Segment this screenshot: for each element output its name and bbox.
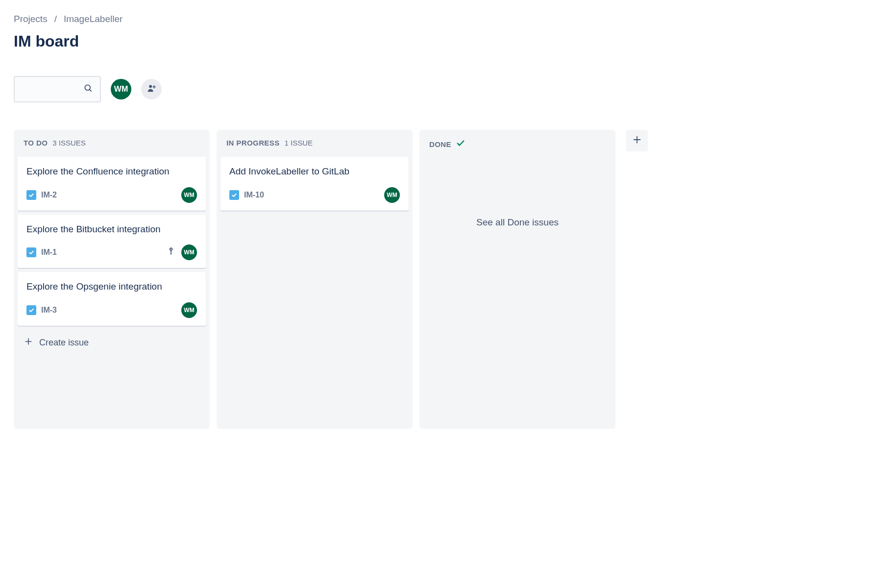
add-column-button[interactable] <box>626 130 648 151</box>
issue-title: Explore the Opsgenie integration <box>26 280 197 294</box>
assignee-avatar[interactable]: WM <box>181 302 197 318</box>
page-title: IM board <box>14 32 869 50</box>
user-avatar[interactable]: WM <box>111 79 131 99</box>
breadcrumb-separator: / <box>54 14 57 24</box>
add-people-button[interactable] <box>141 79 162 99</box>
column-title: IN PROGRESS <box>226 139 280 147</box>
column-header-in-progress[interactable]: IN PROGRESS 1 ISSUE <box>221 139 409 157</box>
column-title: TO DO <box>24 139 48 147</box>
column-todo: TO DO 3 ISSUES Explore the Confluence in… <box>14 130 210 429</box>
issue-card[interactable]: Explore the Confluence integration IM-2 … <box>18 157 206 211</box>
search-input[interactable] <box>14 76 101 102</box>
issue-key: IM-10 <box>244 191 264 199</box>
breadcrumb-project-name[interactable]: ImageLabeller <box>64 14 123 24</box>
assignee-avatar[interactable]: WM <box>181 187 197 203</box>
column-title: DONE <box>429 140 451 148</box>
svg-point-0 <box>85 85 90 90</box>
see-all-done-link[interactable]: See all Done issues <box>423 159 612 228</box>
column-count: 1 ISSUE <box>285 139 313 147</box>
column-header-todo[interactable]: TO DO 3 ISSUES <box>18 139 206 157</box>
plus-icon <box>24 337 33 349</box>
issue-key: IM-2 <box>41 191 57 199</box>
issue-card[interactable]: Add InvokeLabeller to GitLab IM-10 WM <box>221 157 409 211</box>
svg-point-3 <box>170 248 172 250</box>
column-done: DONE See all Done issues <box>419 130 615 429</box>
task-icon <box>229 190 239 200</box>
issue-title: Explore the Bitbucket integration <box>26 222 197 236</box>
breadcrumb-projects[interactable]: Projects <box>14 14 48 24</box>
issue-key: IM-3 <box>41 306 57 315</box>
task-icon <box>26 190 36 200</box>
add-people-icon <box>146 83 157 96</box>
column-in-progress: IN PROGRESS 1 ISSUE Add InvokeLabeller t… <box>217 130 413 429</box>
create-issue-label: Create issue <box>39 338 89 348</box>
issue-card[interactable]: Explore the Opsgenie integration IM-3 WM <box>18 272 206 326</box>
issue-card[interactable]: Explore the Bitbucket integration IM-1 W… <box>18 215 206 269</box>
svg-point-2 <box>149 85 152 88</box>
assignee-avatar[interactable]: WM <box>181 245 197 260</box>
svg-line-1 <box>90 90 92 92</box>
check-icon <box>456 139 465 149</box>
create-issue-button[interactable]: Create issue <box>18 330 206 354</box>
task-icon <box>26 247 36 257</box>
board-toolbar: WM <box>14 76 869 102</box>
task-icon <box>26 305 36 315</box>
issue-title: Add InvokeLabeller to GitLab <box>229 165 400 178</box>
column-count: 3 ISSUES <box>52 139 86 147</box>
priority-icon <box>167 247 175 258</box>
column-header-done[interactable]: DONE <box>423 139 612 159</box>
issue-title: Explore the Confluence integration <box>26 165 197 178</box>
search-icon <box>83 83 93 95</box>
breadcrumb: Projects / ImageLabeller <box>14 14 869 24</box>
plus-icon <box>632 134 642 147</box>
issue-key: IM-1 <box>41 248 57 257</box>
assignee-avatar[interactable]: WM <box>384 187 400 203</box>
board-columns: TO DO 3 ISSUES Explore the Confluence in… <box>14 130 869 429</box>
